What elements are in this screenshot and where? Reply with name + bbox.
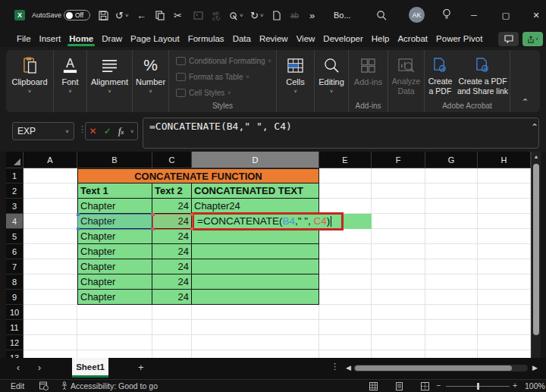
cell[interactable] — [425, 259, 478, 274]
row-header-12[interactable]: 12 — [6, 335, 24, 350]
column-header-b[interactable]: B — [77, 152, 152, 168]
cell[interactable] — [372, 199, 425, 214]
cell[interactable] — [152, 305, 192, 320]
ribbon-tab-formulas[interactable]: Formulas — [188, 34, 224, 43]
cell[interactable] — [478, 350, 531, 358]
cell[interactable] — [425, 168, 478, 183]
column-header-d[interactable]: D — [192, 152, 319, 168]
cell[interactable] — [425, 305, 478, 320]
cell[interactable] — [77, 320, 152, 335]
zoom-in-icon[interactable]: + — [513, 381, 517, 390]
ribbon-tab-draw[interactable]: Draw — [102, 34, 122, 43]
redo-icon[interactable]: ↻˅ — [250, 10, 264, 21]
ribbon-group-font[interactable]: A Font ˅ — [54, 50, 87, 112]
cell[interactable] — [425, 274, 478, 290]
cell[interactable] — [319, 259, 372, 274]
cell[interactable]: 24 — [152, 274, 192, 290]
cell[interactable] — [24, 183, 77, 199]
cell[interactable] — [24, 335, 77, 350]
cell[interactable] — [192, 350, 319, 358]
row-header-6[interactable]: 6 — [6, 244, 24, 259]
cell[interactable] — [24, 244, 77, 259]
cell[interactable] — [478, 229, 531, 244]
cell[interactable] — [152, 320, 192, 335]
cell[interactable] — [319, 320, 372, 335]
cell[interactable] — [192, 274, 319, 290]
cell[interactable]: 24 — [152, 290, 192, 305]
next-sheet-icon[interactable]: › — [38, 362, 41, 373]
page-break-view-icon[interactable] — [421, 382, 429, 390]
page-layout-view-icon[interactable] — [395, 382, 403, 390]
row-header-1[interactable]: 1 — [6, 168, 24, 183]
cell[interactable]: CONCATENATED TEXT — [192, 183, 319, 199]
ribbon-tab-help[interactable]: Help — [372, 34, 390, 43]
ribbon-tab-power-pivot[interactable]: Power Pivot — [436, 34, 482, 43]
create-pdf-button[interactable]: Create a PDF — [426, 50, 455, 96]
ribbon-tab-review[interactable]: Review — [259, 34, 288, 43]
cell[interactable] — [24, 274, 77, 290]
cell[interactable] — [372, 244, 425, 259]
cell[interactable] — [192, 229, 319, 244]
zoom-slider-knob[interactable] — [477, 383, 479, 390]
cell[interactable]: Text 1 — [77, 183, 152, 199]
create-pdf-share-button[interactable]: Create a PDF and Share link — [457, 50, 509, 96]
cell[interactable]: Text 2 — [152, 183, 192, 199]
column-header-e[interactable]: E — [319, 152, 372, 168]
row-header-9[interactable]: 9 — [6, 290, 24, 305]
row-header-11[interactable]: 11 — [6, 320, 24, 335]
column-header-h[interactable]: H — [478, 152, 531, 168]
ribbon-tab-view[interactable]: View — [297, 34, 315, 43]
cell[interactable] — [478, 168, 531, 183]
ribbon-tab-file[interactable]: File — [17, 34, 31, 43]
cell[interactable] — [425, 214, 478, 229]
cell[interactable] — [192, 335, 319, 350]
column-header-g[interactable]: G — [425, 152, 478, 168]
cell[interactable] — [372, 350, 425, 358]
cell[interactable] — [425, 350, 478, 358]
back-icon[interactable]: ← — [136, 10, 146, 21]
cell[interactable]: Chapter — [77, 259, 152, 274]
row-header-7[interactable]: 7 — [6, 259, 24, 274]
minimize-button[interactable]: ─ — [463, 6, 485, 24]
cell[interactable] — [372, 320, 425, 335]
row-header-2[interactable]: 2 — [6, 183, 24, 199]
expand-formula-bar-icon[interactable]: ⌃ — [531, 122, 538, 133]
cell[interactable] — [425, 244, 478, 259]
cell[interactable] — [24, 214, 77, 229]
cell[interactable] — [319, 335, 372, 350]
cell[interactable] — [24, 320, 77, 335]
cell[interactable] — [152, 350, 192, 358]
cell[interactable] — [372, 335, 425, 350]
ribbon-tab-home[interactable]: Home — [69, 34, 93, 43]
zoom-out-icon[interactable]: − — [436, 381, 441, 390]
cell[interactable] — [372, 229, 425, 244]
row-header-13[interactable]: 13 — [6, 350, 24, 358]
cell[interactable] — [372, 183, 425, 199]
ribbon-tab-acrobat[interactable]: Acrobat — [397, 34, 428, 43]
cell[interactable] — [478, 305, 531, 320]
cell[interactable] — [192, 259, 319, 274]
cell[interactable] — [372, 274, 425, 290]
cell[interactable] — [24, 168, 77, 183]
cell[interactable] — [152, 335, 192, 350]
row-header-8[interactable]: 8 — [6, 274, 24, 290]
ribbon-tab-data[interactable]: Data — [233, 34, 251, 43]
name-box[interactable]: EXP˅ — [12, 122, 74, 140]
avatar[interactable]: AK — [409, 7, 425, 23]
collapse-ribbon-icon[interactable]: ⌃ — [521, 97, 529, 108]
cell[interactable] — [478, 274, 531, 290]
cell[interactable] — [425, 320, 478, 335]
lightbulb-icon[interactable] — [442, 8, 451, 20]
cell[interactable] — [319, 350, 372, 358]
cell[interactable] — [24, 259, 77, 274]
enter-icon[interactable]: ✓ — [104, 126, 111, 136]
cut-icon[interactable]: ✂ — [174, 10, 182, 21]
cell[interactable] — [478, 320, 531, 335]
cell[interactable] — [425, 199, 478, 214]
ribbon-group-editing[interactable]: Editing ˅ — [315, 50, 349, 112]
cell[interactable] — [24, 229, 77, 244]
tab-options-icon[interactable]: ⋮ — [331, 362, 339, 372]
table-title-cell[interactable]: CONCATENATE FUNCTION — [77, 168, 319, 183]
cell[interactable] — [77, 335, 152, 350]
vertical-scrollbar-thumb[interactable] — [533, 164, 539, 335]
